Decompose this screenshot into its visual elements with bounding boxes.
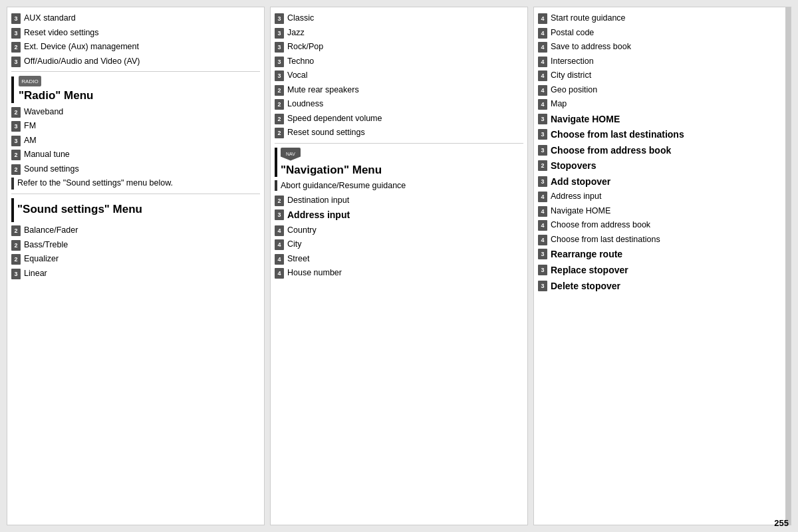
item-label: Abort guidance/Resume guidance xyxy=(281,180,406,192)
badge: 3 xyxy=(11,13,21,24)
list-item: 3 Delete stopover xyxy=(538,280,787,293)
list-item: 2 Equalizer xyxy=(11,253,260,265)
badge: 3 xyxy=(11,121,21,132)
list-item: 4 Address input xyxy=(538,191,787,203)
badge: 4 xyxy=(275,225,284,236)
item-label: Destination input xyxy=(287,195,349,207)
list-item: 2 Destination input xyxy=(275,195,523,207)
item-label: Geo position xyxy=(551,84,597,96)
badge: 2 xyxy=(11,225,21,236)
item-label: Sound settings xyxy=(24,164,79,176)
list-item: 4 Geo position xyxy=(538,84,787,96)
item-label: Address input xyxy=(287,209,350,222)
item-label: Waveband xyxy=(24,106,63,118)
badge: 2 xyxy=(11,107,21,118)
item-label: Navigate HOME xyxy=(551,113,620,126)
list-item: 4 Choose from address book xyxy=(538,219,787,231)
list-item: Refer to the "Sound settings" menu below… xyxy=(11,178,260,190)
item-label: Address input xyxy=(551,191,601,203)
list-item: 2 Ext. Device (Aux) management xyxy=(11,41,260,53)
nav-section-header: NAV "Navigation" Menu xyxy=(275,148,523,178)
item-label: Bass/Treble xyxy=(24,239,68,251)
item-label: House number xyxy=(287,267,342,279)
badge: 3 xyxy=(538,249,547,259)
badge: 3 xyxy=(538,281,547,291)
badge: 4 xyxy=(538,206,547,217)
badge: 2 xyxy=(11,150,21,160)
sound-menu-title: "Sound settings" Menu xyxy=(17,201,142,217)
column-3: 4 Start route guidance 4 Postal code 4 S… xyxy=(533,7,791,525)
badge: 2 xyxy=(275,196,284,206)
item-label: Manual tune xyxy=(24,149,70,161)
badge: 3 xyxy=(275,42,284,53)
item-label: Ext. Device (Aux) management xyxy=(24,41,139,53)
badge: 3 xyxy=(11,269,21,279)
list-item: 2 Reset sound settings xyxy=(275,127,523,139)
list-item: 4 Country xyxy=(275,225,523,237)
list-item: 2 Manual tune xyxy=(11,149,260,161)
list-item: 3 Jazz xyxy=(275,27,523,39)
badge: 3 xyxy=(538,176,547,187)
badge: 2 xyxy=(275,114,284,124)
badge: 2 xyxy=(11,240,21,251)
badge: 4 xyxy=(275,239,284,250)
list-item: 3 Address input xyxy=(275,209,523,222)
list-item: 3 FM xyxy=(11,120,260,132)
item-label: Add stopover xyxy=(551,176,610,189)
list-item: 3 AM xyxy=(11,135,260,147)
page: 3 AUX standard 3 Reset video settings 2 … xyxy=(0,0,798,532)
badge: 4 xyxy=(275,254,284,265)
list-item: 4 Choose from last destinations xyxy=(538,234,787,246)
list-item: 3 Navigate HOME xyxy=(538,113,787,126)
list-item: 3 Rock/Pop xyxy=(275,41,523,53)
item-label: Replace stopover xyxy=(551,264,628,277)
list-item: 3 Choose from last destinations xyxy=(538,128,787,142)
badge: 4 xyxy=(538,99,547,110)
badge: 3 xyxy=(11,28,21,39)
radio-menu-title: "Radio" Menu xyxy=(19,89,93,102)
list-item: 4 Save to address book xyxy=(538,41,787,53)
badge: 2 xyxy=(275,99,284,110)
badge: 2 xyxy=(275,85,284,96)
badge: 3 xyxy=(538,129,547,140)
equalizer-items: 3 Classic 3 Jazz 3 Rock/Pop 3 Techno 3 V… xyxy=(275,13,523,139)
item-label: Intersection xyxy=(551,56,594,68)
list-item: 4 Intersection xyxy=(538,56,787,68)
badge: 3 xyxy=(538,114,547,124)
item-label: Start route guidance xyxy=(551,13,626,25)
scrollbar[interactable] xyxy=(785,7,791,525)
badge: 2 xyxy=(11,42,21,53)
item-label: Jazz xyxy=(287,27,305,39)
item-label: Choose from address book xyxy=(551,219,650,231)
item-label: City xyxy=(287,239,302,251)
list-item: 2 Stopovers xyxy=(538,160,787,173)
nav-menu-title: "Navigation" Menu xyxy=(281,164,382,176)
list-item: 3 Reset video settings xyxy=(11,27,260,39)
list-item: 4 Street xyxy=(275,253,523,265)
item-label: Delete stopover xyxy=(551,280,620,293)
badge: 3 xyxy=(538,265,547,275)
badge: 3 xyxy=(275,70,284,81)
badge: 4 xyxy=(538,28,547,39)
badge: 2 xyxy=(11,254,21,265)
item-label: Equalizer xyxy=(24,253,59,265)
nav-icon: NAV xyxy=(281,148,301,161)
item-label: Save to address book xyxy=(551,41,631,53)
item-label: AUX standard xyxy=(24,13,76,25)
item-label: Classic xyxy=(287,13,314,25)
item-label: Loudness xyxy=(287,98,323,110)
vertical-bar-sound xyxy=(11,198,14,222)
badge: 4 xyxy=(538,220,547,231)
item-label: AM xyxy=(24,135,37,147)
item-label: Navigate HOME xyxy=(551,205,610,217)
list-item: 2 Bass/Treble xyxy=(11,239,260,251)
list-item: 2 Speed dependent volume xyxy=(275,113,523,125)
vertical-bar-radio xyxy=(11,76,14,103)
item-label: Rearrange route xyxy=(551,248,622,261)
item-label: Balance/Fader xyxy=(24,225,78,237)
badge: 3 xyxy=(11,136,21,146)
item-label: Speed dependent volume xyxy=(287,113,382,125)
item-label: Refer to the "Sound settings" menu below… xyxy=(17,178,173,190)
bar-indicator xyxy=(11,178,14,190)
item-label: Vocal xyxy=(287,70,308,82)
